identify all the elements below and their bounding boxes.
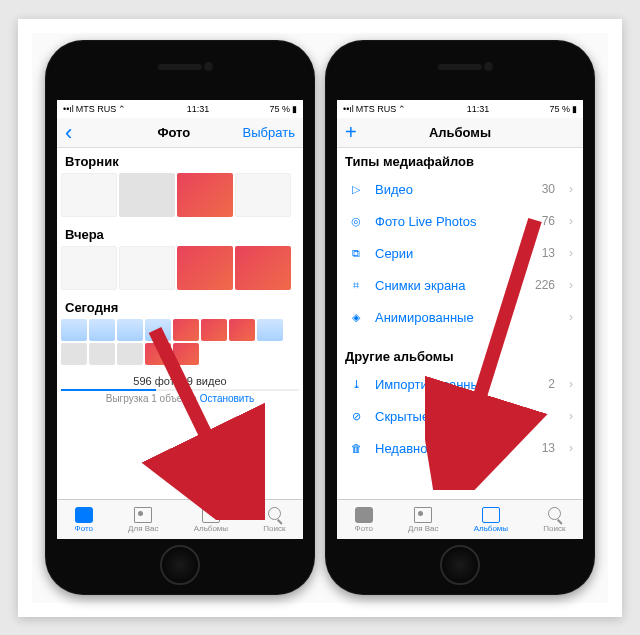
nav-bar: ‹ Фото Выбрать — [57, 118, 303, 148]
select-button[interactable]: Выбрать — [243, 125, 295, 140]
battery-icon: ▮ — [292, 104, 297, 114]
chevron-right-icon: › — [569, 441, 573, 455]
tab-albums[interactable]: Альбомы — [194, 507, 228, 533]
photos-icon — [75, 507, 93, 523]
photo-thumb[interactable] — [145, 319, 171, 341]
live-photo-icon: ◎ — [347, 212, 365, 230]
chevron-right-icon: › — [569, 409, 573, 423]
photo-thumb[interactable] — [117, 343, 143, 365]
import-icon: ⤓ — [347, 375, 365, 393]
albums-icon — [202, 507, 220, 523]
photo-thumb[interactable] — [235, 173, 291, 217]
tab-search[interactable]: Поиск — [543, 507, 565, 533]
albums-icon — [482, 507, 500, 523]
carrier: MTS RUS — [76, 104, 117, 114]
tab-albums[interactable]: Альбомы — [474, 507, 508, 533]
albums-content[interactable]: Типы медиафайлов ▷ Видео 30 › ◎ Фото Liv… — [337, 148, 583, 499]
screenshot-icon: ⌗ — [347, 276, 365, 294]
trash-icon: 🗑 — [347, 439, 365, 457]
photo-thumb[interactable] — [119, 246, 175, 290]
photo-thumb[interactable] — [229, 319, 255, 341]
tab-search[interactable]: Поиск — [263, 507, 285, 533]
photo-thumb[interactable] — [119, 173, 175, 217]
battery-text: 75 % — [269, 104, 290, 114]
chevron-right-icon: › — [569, 214, 573, 228]
photo-thumb[interactable] — [201, 319, 227, 341]
tab-photos[interactable]: Фото — [75, 507, 93, 533]
photo-count: 596 фото, 9 видео — [57, 369, 303, 389]
row-video[interactable]: ▷ Видео 30 › — [337, 173, 583, 205]
section-other-albums: Другие альбомы — [337, 343, 583, 368]
carrier: MTS RUS — [356, 104, 397, 114]
photo-thumb[interactable] — [177, 246, 233, 290]
hidden-icon: ⊘ — [347, 407, 365, 425]
tab-photos[interactable]: Фото — [355, 507, 373, 533]
photos-content[interactable]: Вторник Вчера Сегодня — [57, 148, 303, 499]
tab-foryou[interactable]: Для Вас — [128, 507, 158, 533]
wifi-icon: ⌃ — [398, 104, 406, 114]
row-imports[interactable]: ⤓ Импортированные 2 › — [337, 368, 583, 400]
section-media-types: Типы медиафайлов — [337, 148, 583, 173]
search-icon — [548, 507, 561, 520]
chevron-right-icon: › — [569, 246, 573, 260]
photo-thumb[interactable] — [173, 319, 199, 341]
battery-text: 75 % — [549, 104, 570, 114]
photo-thumb[interactable] — [89, 343, 115, 365]
signal-icon: ••ıl — [343, 104, 354, 114]
photo-thumb[interactable] — [173, 343, 199, 365]
section-today: Сегодня — [57, 294, 303, 319]
screen-right: ••ıl MTS RUS ⌃ 11:31 75 % ▮ + Альбомы Ти… — [337, 100, 583, 539]
search-icon — [268, 507, 281, 520]
home-button[interactable] — [160, 545, 200, 585]
tab-bar: Фото Для Вас Альбомы Поиск — [337, 499, 583, 539]
section-yesterday: Вчера — [57, 221, 303, 246]
section-tuesday: Вторник — [57, 148, 303, 173]
row-screenshots[interactable]: ⌗ Снимки экрана 226 › — [337, 269, 583, 301]
animated-icon: ◈ — [347, 308, 365, 326]
thumbs-row — [57, 173, 303, 221]
photo-thumb[interactable] — [177, 173, 233, 217]
add-button[interactable]: + — [345, 121, 385, 144]
tab-foryou[interactable]: Для Вас — [408, 507, 438, 533]
chevron-right-icon: › — [569, 182, 573, 196]
phone-left: ••ıl MTS RUS ⌃ 11:31 75 % ▮ ‹ Фото Выбра… — [45, 40, 315, 595]
upload-status: Выгрузка 1 объекта Остановить — [57, 391, 303, 408]
photo-thumb[interactable] — [61, 319, 87, 341]
photo-thumb[interactable] — [145, 343, 171, 365]
photo-thumb[interactable] — [117, 319, 143, 341]
foryou-icon — [414, 507, 432, 523]
chevron-right-icon: › — [569, 377, 573, 391]
photo-thumb[interactable] — [235, 246, 291, 290]
back-button[interactable]: ‹ — [65, 120, 105, 146]
nav-title: Альбомы — [429, 125, 491, 140]
burst-icon: ⧉ — [347, 244, 365, 262]
foryou-icon — [134, 507, 152, 523]
battery-icon: ▮ — [572, 104, 577, 114]
phone-right: ••ıl MTS RUS ⌃ 11:31 75 % ▮ + Альбомы Ти… — [325, 40, 595, 595]
home-button[interactable] — [440, 545, 480, 585]
screen-left: ••ıl MTS RUS ⌃ 11:31 75 % ▮ ‹ Фото Выбра… — [57, 100, 303, 539]
chevron-right-icon: › — [569, 310, 573, 324]
thumbs-row — [57, 246, 303, 294]
photo-thumb[interactable] — [89, 319, 115, 341]
row-animated[interactable]: ◈ Анимированные › — [337, 301, 583, 333]
row-live-photos[interactable]: ◎ Фото Live Photos 76 › — [337, 205, 583, 237]
status-time: 11:31 — [187, 104, 210, 114]
status-time: 11:31 — [467, 104, 490, 114]
photos-icon — [355, 507, 373, 523]
thumbs-row — [57, 319, 303, 369]
outer-frame: ••ıl MTS RUS ⌃ 11:31 75 % ▮ ‹ Фото Выбра… — [18, 19, 622, 617]
photo-thumb[interactable] — [61, 173, 117, 217]
row-recently-deleted[interactable]: 🗑 Недавно удаленные 13 › — [337, 432, 583, 464]
stop-upload-button[interactable]: Остановить — [200, 393, 255, 404]
nav-title: Фото — [157, 125, 190, 140]
status-bar: ••ıl MTS RUS ⌃ 11:31 75 % ▮ — [57, 100, 303, 118]
row-bursts[interactable]: ⧉ Серии 13 › — [337, 237, 583, 269]
photo-thumb[interactable] — [257, 319, 283, 341]
chevron-right-icon: › — [569, 278, 573, 292]
status-bar: ••ıl MTS RUS ⌃ 11:31 75 % ▮ — [337, 100, 583, 118]
tab-bar: Фото Для Вас Альбомы Поиск — [57, 499, 303, 539]
photo-thumb[interactable] — [61, 246, 117, 290]
photo-thumb[interactable] — [61, 343, 87, 365]
row-hidden[interactable]: ⊘ Скрытые › — [337, 400, 583, 432]
